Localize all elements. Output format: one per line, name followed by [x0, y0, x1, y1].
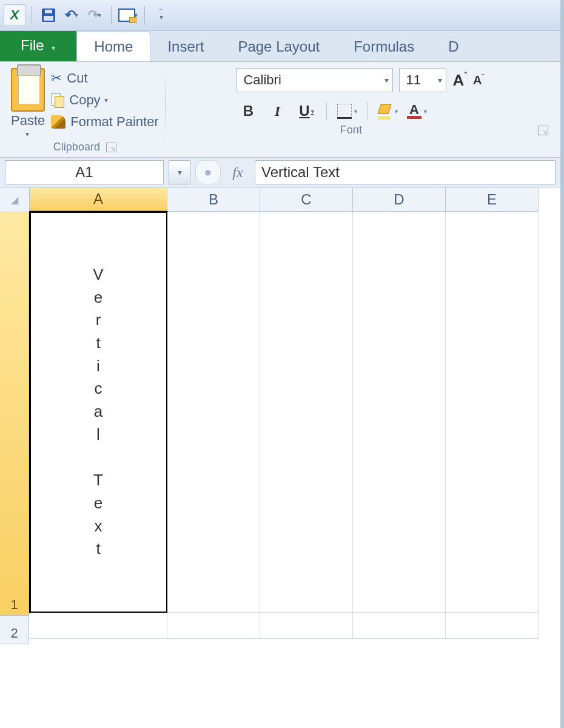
chevron-down-icon: ▾	[438, 75, 442, 85]
font-size-value: 11	[406, 72, 420, 88]
tab-label: Formulas	[354, 38, 414, 55]
grow-font-button[interactable]: Aˆ	[452, 71, 466, 90]
open-new-window-button[interactable]: ▾	[118, 5, 138, 25]
copy-button[interactable]: Copy ▾	[51, 92, 159, 108]
insert-function-button[interactable]: fx	[226, 161, 250, 184]
column-header-C[interactable]: C	[260, 187, 353, 212]
font-name-combo[interactable]: Calibri ▾	[237, 68, 393, 92]
grid-row: Vertical Text	[30, 212, 560, 613]
underline-button[interactable]: U▾	[295, 101, 318, 121]
chevron-down-icon: ▾	[424, 108, 427, 115]
down-caret-icon: ˇ	[482, 73, 484, 82]
save-button[interactable]	[38, 5, 59, 25]
format-painter-label: Format Painter	[70, 114, 159, 130]
name-box[interactable]: A1	[5, 160, 164, 184]
cut-label: Cut	[67, 70, 87, 86]
cell-vertical-text: Vertical Text	[93, 258, 103, 565]
tab-label: Insert	[167, 38, 204, 55]
customize-icon: ‾▾	[159, 11, 163, 19]
cell-B2[interactable]	[167, 613, 260, 639]
tab-label: Page Layout	[238, 38, 320, 55]
cell-D2[interactable]	[353, 613, 446, 639]
undo-button[interactable]: ↶ ▾	[61, 5, 82, 25]
cell-A1[interactable]: Vertical Text	[30, 212, 167, 613]
worksheet-grid: ◢ 12 ABCDE Vertical Text	[0, 187, 560, 728]
copy-label: Copy	[69, 92, 100, 108]
font-color-button[interactable]: A▾	[405, 101, 428, 121]
tab-label: Home	[94, 38, 133, 55]
grid-row	[30, 613, 560, 639]
font-color-icon: A	[407, 104, 421, 119]
cell-E1[interactable]	[446, 212, 539, 613]
customize-qat-button[interactable]: ‾▾	[151, 5, 172, 25]
formula-value: Vertical Text	[261, 164, 340, 181]
ribbon-tabstrip: File ▾ Home Insert Page Layout Formulas …	[0, 31, 560, 62]
cell-D1[interactable]	[353, 212, 446, 613]
floppy-disk-icon	[42, 8, 55, 22]
font-dialog-launcher[interactable]: ↘	[538, 126, 548, 135]
column-header-A[interactable]: A	[30, 187, 167, 212]
chevron-down-icon: ▾	[311, 108, 314, 115]
font-name-value: Calibri	[243, 72, 281, 88]
column-header-E[interactable]: E	[446, 187, 539, 212]
font-size-combo[interactable]: 11 ▾	[399, 68, 446, 92]
copy-icon	[51, 93, 64, 107]
separator	[326, 102, 327, 120]
shrink-font-button[interactable]: Aˇ	[473, 73, 484, 87]
tab-page-layout[interactable]: Page Layout	[221, 32, 337, 61]
borders-button[interactable]: ▾	[335, 101, 358, 121]
excel-window: X ↶ ▾ ↷ ▾ ▾ ‾▾ File ▾ Home Insert Page L…	[0, 0, 564, 728]
window-icon	[118, 8, 135, 22]
chevron-down-icon: ▾	[384, 75, 389, 85]
format-painter-button[interactable]: Format Painter	[51, 114, 159, 130]
fill-color-button[interactable]: ▾	[376, 101, 399, 121]
cancel-formula-button: ●	[195, 160, 221, 184]
tab-home[interactable]: Home	[76, 32, 150, 61]
cell-area: Vertical Text	[30, 212, 560, 639]
column-header-D[interactable]: D	[353, 187, 446, 212]
chevron-down-icon: ▾	[354, 108, 357, 115]
cell-C1[interactable]	[260, 212, 353, 613]
cell-E2[interactable]	[446, 613, 539, 639]
group-font-label: Font	[170, 124, 532, 136]
separator	[367, 102, 368, 120]
cell-A2[interactable]	[30, 613, 167, 639]
tab-label: D	[448, 38, 458, 55]
paste-label: Paste	[11, 113, 45, 129]
tab-insert[interactable]: Insert	[150, 32, 221, 61]
chevron-down-icon: ▾	[395, 108, 398, 115]
clipboard-icon	[11, 68, 45, 112]
paintbrush-icon	[51, 115, 65, 129]
fx-label: fx	[232, 164, 243, 181]
bold-button[interactable]: B	[237, 101, 260, 121]
row-header-1[interactable]: 1	[0, 212, 29, 616]
up-caret-icon: ˆ	[464, 71, 467, 81]
cell-B1[interactable]	[167, 212, 260, 613]
column-headers: ABCDE	[30, 187, 560, 212]
select-all-corner[interactable]: ◢	[0, 187, 30, 212]
tab-truncated[interactable]: D	[431, 32, 475, 61]
tab-file[interactable]: File ▾	[0, 31, 76, 61]
chevron-down-icon: ▾	[75, 11, 78, 19]
formula-input[interactable]: Vertical Text	[255, 160, 556, 184]
column-header-B[interactable]: B	[167, 187, 260, 212]
redo-button[interactable]: ↷ ▾	[84, 5, 105, 25]
clipboard-dialog-launcher[interactable]: ↘	[106, 143, 116, 152]
name-box-dropdown[interactable]: ▾	[169, 160, 190, 184]
paste-button[interactable]: Paste ▾	[11, 68, 45, 138]
row-headers: 12	[0, 212, 29, 644]
formula-bar: A1 ▾ ● fx Vertical Text	[0, 158, 560, 187]
excel-logo-icon: X	[4, 4, 25, 26]
chevron-down-icon: ▾	[104, 96, 108, 104]
qat-separator	[111, 6, 112, 24]
cut-button[interactable]: ✂ Cut	[51, 70, 159, 86]
ribbon: Paste ▾ ✂ Cut Copy ▾ Format Pai	[0, 62, 560, 158]
cell-C2[interactable]	[260, 613, 353, 639]
group-clipboard-label: Clipboard	[53, 141, 100, 153]
tab-formulas[interactable]: Formulas	[337, 32, 431, 61]
chevron-down-icon: ▾	[52, 44, 55, 52]
borders-icon	[337, 104, 352, 118]
group-clipboard: Paste ▾ ✂ Cut Copy ▾ Format Pai	[5, 68, 165, 157]
row-header-2[interactable]: 2	[0, 616, 29, 644]
italic-button[interactable]: I	[266, 101, 289, 121]
